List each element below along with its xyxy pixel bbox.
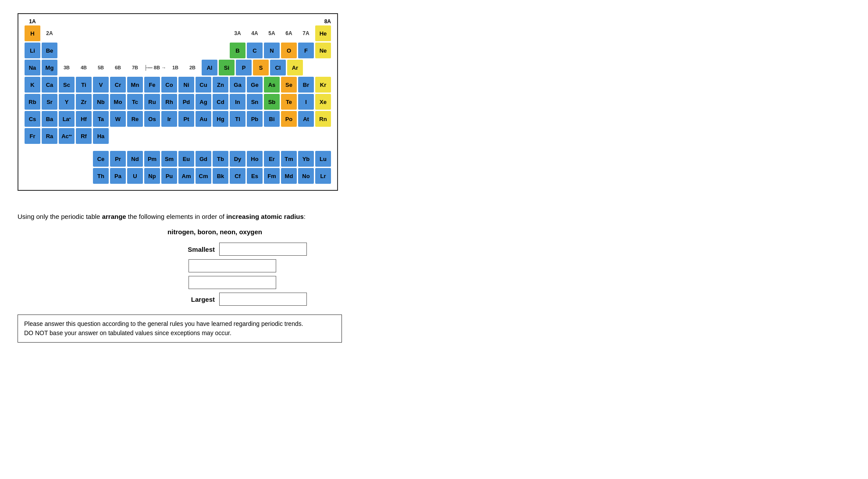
actinide-row: Th Pa U Np Pu Am Cm Bk Cf Es Fm Md No Lr — [25, 168, 331, 184]
element-P: P — [236, 60, 252, 75]
group-label-4a: 4A — [247, 30, 263, 36]
element-He: He — [315, 25, 331, 41]
element-Ba: Ba — [42, 111, 57, 127]
element-In: In — [230, 94, 245, 110]
instruction-bold2: increasing atomic radius — [226, 213, 304, 220]
question-section: Using only the periodic table arrange th… — [18, 213, 412, 306]
element-Dy: Dy — [230, 151, 245, 167]
elements-list: nitrogen, boron, neon, oxygen — [18, 228, 412, 236]
element-Pd: Pd — [178, 94, 194, 110]
group-label-7a: 7A — [298, 30, 314, 36]
lanthanide-row: Ce Pr Nd Pm Sm Eu Gd Tb Dy Ho Er Tm Yb L… — [25, 151, 331, 167]
group-label-7b: 7B — [127, 65, 143, 70]
element-Ni: Ni — [178, 77, 194, 93]
element-Se: Se — [281, 77, 297, 93]
element-Ar: Ar — [287, 60, 303, 75]
period-row-7: Fr Ra Ac** Rf Ha — [25, 128, 331, 144]
element-Ga: Ga — [230, 77, 245, 93]
element-Cd: Cd — [213, 94, 228, 110]
element-Sm: Sm — [161, 151, 177, 167]
element-Tm: Tm — [281, 151, 297, 167]
answer-grid: Smallest Largest — [18, 243, 412, 306]
group-label-8a: 8A — [315, 18, 331, 25]
element-Sc: Sc — [59, 77, 75, 93]
element-Rf: Rf — [76, 128, 92, 144]
element-Rh: Rh — [161, 94, 177, 110]
element-Ac: Ac** — [59, 128, 75, 144]
element-Ti: Ti — [76, 77, 92, 93]
element-At: At — [298, 111, 314, 127]
group-label-2a: 2A — [42, 30, 57, 36]
group-label-6b: 6B — [110, 65, 126, 70]
instruction-bold: arrange — [102, 213, 126, 220]
element-Sr: Sr — [42, 94, 57, 110]
element-Tc: Tc — [127, 94, 143, 110]
element-Fe: Fe — [144, 77, 160, 93]
element-Th: Th — [93, 168, 109, 184]
element-No: No — [298, 168, 314, 184]
element-Pt: Pt — [178, 111, 194, 127]
element-Md: Md — [281, 168, 297, 184]
element-Br: Br — [298, 77, 314, 93]
answer-input-1[interactable] — [219, 243, 307, 256]
element-Ge: Ge — [247, 77, 263, 93]
element-Mg: Mg — [42, 60, 57, 75]
element-N: N — [264, 43, 280, 58]
element-Es: Es — [247, 168, 263, 184]
element-Pu: Pu — [161, 168, 177, 184]
answer-row-4: Largest — [123, 293, 307, 306]
element-Al: Al — [202, 60, 217, 75]
group-label-4b: 4B — [76, 65, 92, 70]
element-Hg: Hg — [213, 111, 228, 127]
note-box: Please answer this question according to… — [18, 315, 342, 343]
element-Sb: Sb — [264, 94, 280, 110]
group-label-3b: 3B — [59, 65, 75, 70]
element-Re: Re — [127, 111, 143, 127]
element-Pa: Pa — [110, 168, 126, 184]
element-Eu: Eu — [178, 151, 194, 167]
element-Pr: Pr — [110, 151, 126, 167]
element-Zr: Zr — [76, 94, 92, 110]
element-H: H — [25, 25, 40, 41]
element-Cu: Cu — [196, 77, 211, 93]
element-Y: Y — [59, 94, 75, 110]
element-B: B — [230, 43, 245, 58]
element-La: La* — [59, 111, 75, 127]
answer-input-2[interactable] — [189, 259, 276, 272]
element-Cs: Cs — [25, 111, 40, 127]
element-Cm: Cm — [196, 168, 211, 184]
element-Te: Te — [281, 94, 297, 110]
period-row-4: K Ca Sc Ti V Cr Mn Fe Co Ni Cu Zn Ga Ge … — [25, 77, 331, 93]
element-Lr: Lr — [315, 168, 331, 184]
element-K: K — [25, 77, 40, 93]
group-label-1a: 1A — [25, 18, 40, 25]
element-Er: Er — [264, 151, 280, 167]
element-Hf: Hf — [76, 111, 92, 127]
answer-row-3-wrapper — [123, 276, 307, 289]
period-row-6: Cs Ba La* Hf Ta W Re Os Ir Pt Au Hg Tl P… — [25, 111, 331, 127]
element-Co: Co — [161, 77, 177, 93]
answer-input-3[interactable] — [189, 276, 276, 289]
group-label-2b: 2B — [185, 65, 200, 70]
element-Mn: Mn — [127, 77, 143, 93]
period-row-3: Na Mg 3B 4B 5B 6B 7B ├— 8B → 1B 2B Al Si… — [25, 60, 331, 75]
element-Ru: Ru — [144, 94, 160, 110]
element-As: As — [264, 77, 280, 93]
answer-row-2-wrapper — [123, 259, 307, 272]
element-Pb: Pb — [247, 111, 263, 127]
answer-row-1: Smallest — [123, 243, 307, 256]
element-Rb: Rb — [25, 94, 40, 110]
element-W: W — [110, 111, 126, 127]
element-Mo: Mo — [110, 94, 126, 110]
element-Na: Na — [25, 60, 40, 75]
element-Nb: Nb — [93, 94, 109, 110]
group-label-6a: 6A — [281, 30, 297, 36]
instruction-middle: the following elements in order of — [126, 213, 226, 220]
question-text: Using only the periodic table arrange th… — [18, 213, 412, 220]
smallest-label: Smallest — [184, 246, 215, 253]
largest-label: Largest — [184, 296, 215, 303]
answer-input-4[interactable] — [219, 293, 307, 306]
element-Ha: Ha — [93, 128, 109, 144]
element-Os: Os — [144, 111, 160, 127]
element-Ir: Ir — [161, 111, 177, 127]
